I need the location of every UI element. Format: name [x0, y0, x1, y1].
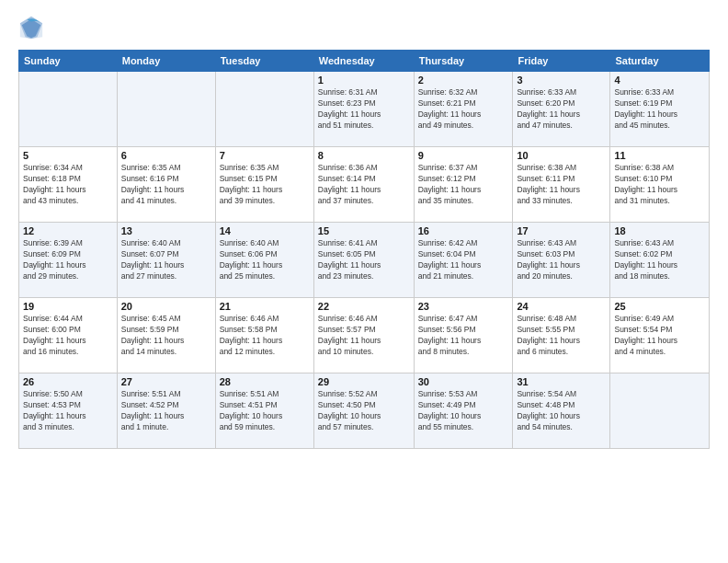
- calendar-cell: 1Sunrise: 6:31 AMSunset: 6:23 PMDaylight…: [313, 72, 414, 147]
- day-number: 21: [220, 301, 310, 312]
- calendar-cell: 30Sunrise: 5:53 AMSunset: 4:49 PMDayligh…: [414, 373, 513, 449]
- day-number: 16: [418, 225, 509, 236]
- day-info: Sunrise: 6:36 AMSunset: 6:14 PMDaylight:…: [318, 163, 410, 207]
- calendar-cell: 11Sunrise: 6:38 AMSunset: 6:10 PMDayligh…: [610, 147, 710, 223]
- day-info: Sunrise: 5:51 AMSunset: 4:51 PMDaylight:…: [220, 389, 310, 433]
- day-info: Sunrise: 6:33 AMSunset: 6:19 PMDaylight:…: [614, 87, 705, 132]
- calendar-cell: 3Sunrise: 6:33 AMSunset: 6:20 PMDaylight…: [513, 72, 610, 147]
- col-header-thursday: Thursday: [414, 51, 513, 72]
- calendar-cell: 9Sunrise: 6:37 AMSunset: 6:12 PMDaylight…: [414, 147, 513, 223]
- calendar-week-4: 26Sunrise: 5:50 AMSunset: 4:53 PMDayligh…: [19, 373, 710, 449]
- calendar-header-row: SundayMondayTuesdayWednesdayThursdayFrid…: [19, 51, 710, 72]
- day-info: Sunrise: 6:35 AMSunset: 6:16 PMDaylight:…: [121, 163, 211, 207]
- day-number: 11: [614, 150, 705, 161]
- day-number: 20: [121, 301, 211, 312]
- day-info: Sunrise: 5:51 AMSunset: 4:52 PMDaylight:…: [121, 389, 211, 433]
- day-number: 23: [418, 301, 509, 312]
- day-number: 13: [121, 225, 211, 236]
- calendar-table: SundayMondayTuesdayWednesdayThursdayFrid…: [18, 50, 710, 449]
- day-info: Sunrise: 6:40 AMSunset: 6:06 PMDaylight:…: [220, 238, 310, 282]
- day-number: 29: [318, 376, 410, 387]
- calendar-cell: 18Sunrise: 6:43 AMSunset: 6:02 PMDayligh…: [610, 223, 710, 298]
- calendar-cell: 23Sunrise: 6:47 AMSunset: 5:56 PMDayligh…: [414, 298, 513, 373]
- day-info: Sunrise: 6:38 AMSunset: 6:10 PMDaylight:…: [614, 163, 705, 207]
- col-header-monday: Monday: [117, 51, 215, 72]
- calendar-cell: 24Sunrise: 6:48 AMSunset: 5:55 PMDayligh…: [513, 298, 610, 373]
- calendar-cell: 27Sunrise: 5:51 AMSunset: 4:52 PMDayligh…: [117, 373, 215, 449]
- day-number: 28: [220, 376, 310, 387]
- calendar-cell: 15Sunrise: 6:41 AMSunset: 6:05 PMDayligh…: [313, 223, 414, 298]
- day-info: Sunrise: 5:50 AMSunset: 4:53 PMDaylight:…: [23, 389, 113, 433]
- day-info: Sunrise: 6:37 AMSunset: 6:12 PMDaylight:…: [418, 163, 509, 207]
- day-number: 18: [614, 225, 705, 236]
- day-info: Sunrise: 6:44 AMSunset: 6:00 PMDaylight:…: [23, 314, 113, 358]
- day-number: 19: [23, 301, 113, 312]
- calendar-cell: 20Sunrise: 6:45 AMSunset: 5:59 PMDayligh…: [117, 298, 215, 373]
- logo: [18, 15, 48, 40]
- day-number: 15: [318, 225, 410, 236]
- calendar-cell: [215, 72, 313, 147]
- day-info: Sunrise: 6:46 AMSunset: 5:57 PMDaylight:…: [318, 314, 410, 358]
- calendar-week-1: 5Sunrise: 6:34 AMSunset: 6:18 PMDaylight…: [19, 147, 710, 223]
- header: [18, 15, 710, 40]
- calendar-cell: 8Sunrise: 6:36 AMSunset: 6:14 PMDaylight…: [313, 147, 414, 223]
- col-header-sunday: Sunday: [19, 51, 118, 72]
- day-info: Sunrise: 6:33 AMSunset: 6:20 PMDaylight:…: [517, 87, 606, 132]
- day-info: Sunrise: 6:40 AMSunset: 6:07 PMDaylight:…: [121, 238, 211, 282]
- calendar-cell: [117, 72, 215, 147]
- calendar-cell: 28Sunrise: 5:51 AMSunset: 4:51 PMDayligh…: [215, 373, 313, 449]
- calendar-cell: 14Sunrise: 6:40 AMSunset: 6:06 PMDayligh…: [215, 223, 313, 298]
- day-number: 14: [220, 225, 310, 236]
- day-info: Sunrise: 5:52 AMSunset: 4:50 PMDaylight:…: [318, 389, 410, 433]
- day-info: Sunrise: 6:41 AMSunset: 6:05 PMDaylight:…: [318, 238, 410, 282]
- day-info: Sunrise: 5:54 AMSunset: 4:48 PMDaylight:…: [517, 389, 606, 433]
- calendar-cell: 10Sunrise: 6:38 AMSunset: 6:11 PMDayligh…: [513, 147, 610, 223]
- day-number: 12: [23, 225, 113, 236]
- day-number: 27: [121, 376, 211, 387]
- day-info: Sunrise: 6:31 AMSunset: 6:23 PMDaylight:…: [318, 87, 410, 132]
- calendar-cell: 22Sunrise: 6:46 AMSunset: 5:57 PMDayligh…: [313, 298, 414, 373]
- calendar-cell: 12Sunrise: 6:39 AMSunset: 6:09 PMDayligh…: [19, 223, 118, 298]
- day-info: Sunrise: 6:42 AMSunset: 6:04 PMDaylight:…: [418, 238, 509, 282]
- calendar-cell: 6Sunrise: 6:35 AMSunset: 6:16 PMDaylight…: [117, 147, 215, 223]
- col-header-wednesday: Wednesday: [313, 51, 414, 72]
- day-number: 25: [614, 301, 705, 312]
- day-info: Sunrise: 6:35 AMSunset: 6:15 PMDaylight:…: [220, 163, 310, 207]
- day-number: 26: [23, 376, 113, 387]
- day-number: 30: [418, 376, 509, 387]
- day-number: 8: [318, 150, 410, 161]
- day-info: Sunrise: 6:43 AMSunset: 6:02 PMDaylight:…: [614, 238, 705, 282]
- calendar-cell: 21Sunrise: 6:46 AMSunset: 5:58 PMDayligh…: [215, 298, 313, 373]
- day-number: 3: [517, 75, 606, 86]
- day-number: 1: [318, 75, 410, 86]
- day-info: Sunrise: 6:39 AMSunset: 6:09 PMDaylight:…: [23, 238, 113, 282]
- calendar-week-3: 19Sunrise: 6:44 AMSunset: 6:00 PMDayligh…: [19, 298, 710, 373]
- day-number: 22: [318, 301, 410, 312]
- day-number: 9: [418, 150, 509, 161]
- col-header-saturday: Saturday: [610, 51, 710, 72]
- day-number: 5: [23, 150, 113, 161]
- day-number: 2: [418, 75, 509, 86]
- day-number: 17: [517, 225, 606, 236]
- day-info: Sunrise: 6:32 AMSunset: 6:21 PMDaylight:…: [418, 87, 509, 132]
- calendar-cell: 7Sunrise: 6:35 AMSunset: 6:15 PMDaylight…: [215, 147, 313, 223]
- calendar-week-0: 1Sunrise: 6:31 AMSunset: 6:23 PMDaylight…: [19, 72, 710, 147]
- calendar-cell: 4Sunrise: 6:33 AMSunset: 6:19 PMDaylight…: [610, 72, 710, 147]
- calendar-cell: 5Sunrise: 6:34 AMSunset: 6:18 PMDaylight…: [19, 147, 118, 223]
- day-info: Sunrise: 6:48 AMSunset: 5:55 PMDaylight:…: [517, 314, 606, 358]
- day-info: Sunrise: 6:45 AMSunset: 5:59 PMDaylight:…: [121, 314, 211, 358]
- calendar-cell: 13Sunrise: 6:40 AMSunset: 6:07 PMDayligh…: [117, 223, 215, 298]
- calendar-cell: [19, 72, 118, 147]
- calendar-cell: [610, 373, 710, 449]
- day-info: Sunrise: 5:53 AMSunset: 4:49 PMDaylight:…: [418, 389, 509, 433]
- logo-icon: [18, 15, 44, 40]
- day-number: 4: [614, 75, 705, 86]
- day-number: 10: [517, 150, 606, 161]
- day-info: Sunrise: 6:34 AMSunset: 6:18 PMDaylight:…: [23, 163, 113, 207]
- page: SundayMondayTuesdayWednesdayThursdayFrid…: [0, 0, 728, 563]
- calendar-cell: 31Sunrise: 5:54 AMSunset: 4:48 PMDayligh…: [513, 373, 610, 449]
- calendar-cell: 2Sunrise: 6:32 AMSunset: 6:21 PMDaylight…: [414, 72, 513, 147]
- calendar-cell: 17Sunrise: 6:43 AMSunset: 6:03 PMDayligh…: [513, 223, 610, 298]
- calendar-cell: 29Sunrise: 5:52 AMSunset: 4:50 PMDayligh…: [313, 373, 414, 449]
- day-number: 31: [517, 376, 606, 387]
